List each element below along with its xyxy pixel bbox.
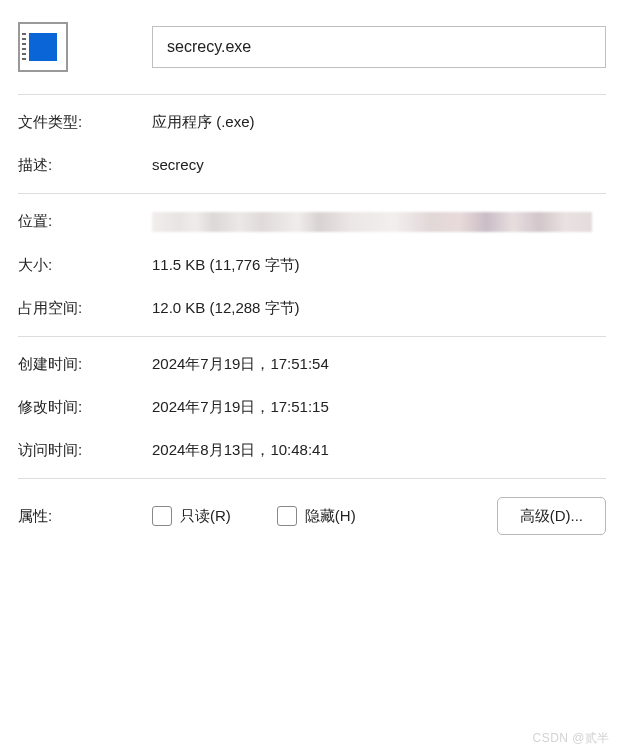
attributes-row: 属性: 只读(R) 隐藏(H) 高级(D)...	[18, 497, 606, 535]
description-value: secrecy	[152, 156, 606, 173]
divider	[18, 94, 606, 95]
readonly-checkbox-label: 只读(R)	[180, 507, 231, 526]
accessed-label: 访问时间:	[18, 441, 152, 460]
file-type-section: 文件类型: 应用程序 (.exe) 描述: secrecy	[18, 113, 606, 175]
attributes-label: 属性:	[18, 507, 152, 526]
size-label: 大小:	[18, 256, 152, 275]
modified-label: 修改时间:	[18, 398, 152, 417]
header-row	[18, 22, 606, 72]
file-type-value: 应用程序 (.exe)	[152, 113, 606, 132]
created-label: 创建时间:	[18, 355, 152, 374]
accessed-value: 2024年8月13日，10:48:41	[152, 441, 606, 460]
created-value: 2024年7月19日，17:51:54	[152, 355, 606, 374]
watermark: CSDN @贰半	[532, 730, 610, 747]
hidden-checkbox[interactable]	[277, 506, 297, 526]
advanced-button[interactable]: 高级(D)...	[497, 497, 606, 535]
readonly-checkbox[interactable]	[152, 506, 172, 526]
divider	[18, 336, 606, 337]
description-label: 描述:	[18, 156, 152, 175]
location-label: 位置:	[18, 212, 152, 231]
modified-value: 2024年7月19日，17:51:15	[152, 398, 606, 417]
filename-input[interactable]	[152, 26, 606, 68]
size-section: 位置: 大小: 11.5 KB (11,776 字节) 占用空间: 12.0 K…	[18, 212, 606, 318]
application-icon	[18, 22, 68, 72]
hidden-checkbox-group: 隐藏(H)	[277, 506, 356, 526]
size-value: 11.5 KB (11,776 字节)	[152, 256, 606, 275]
divider	[18, 478, 606, 479]
timestamps-section: 创建时间: 2024年7月19日，17:51:54 修改时间: 2024年7月1…	[18, 355, 606, 460]
disk-size-value: 12.0 KB (12,288 字节)	[152, 299, 606, 318]
file-type-label: 文件类型:	[18, 113, 152, 132]
divider	[18, 193, 606, 194]
readonly-checkbox-group: 只读(R)	[152, 506, 231, 526]
disk-size-label: 占用空间:	[18, 299, 152, 318]
location-value-redacted	[152, 212, 592, 232]
hidden-checkbox-label: 隐藏(H)	[305, 507, 356, 526]
